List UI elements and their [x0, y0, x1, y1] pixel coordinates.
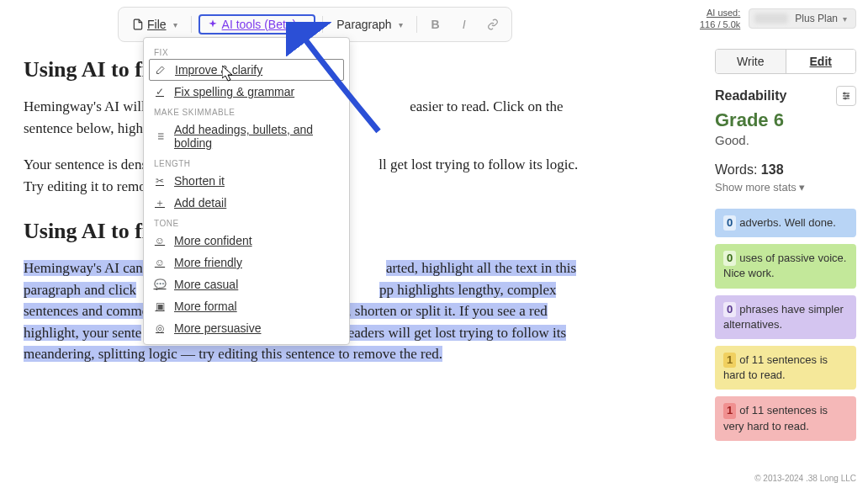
dropdown-item-casual[interactable]: 💬 More casual: [144, 273, 349, 295]
chevron-down-icon: ▾: [173, 20, 177, 29]
dropdown-item-formal[interactable]: ▣ More formal: [144, 295, 349, 317]
link-button[interactable]: [481, 13, 505, 36]
document-icon: [132, 19, 144, 30]
ai-tools-label: AI tools (Beta): [222, 18, 297, 31]
italic-button[interactable]: I: [453, 13, 476, 36]
footer-copyright: © 2013-2024 .38 Long LLC: [754, 474, 856, 483]
ai-tools-menu[interactable]: AI tools (Beta) ▾: [198, 14, 316, 34]
check-icon: ✓: [154, 86, 166, 98]
sidebar: Write Edit Readability Grade 6 Good. Wor…: [715, 49, 856, 448]
item-label: More friendly: [174, 256, 242, 269]
ai-used-label: AI used:: [700, 7, 740, 19]
item-label: More casual: [174, 278, 238, 291]
selected-text: Hemingway's AI can: [24, 260, 143, 276]
dropdown-item-improve[interactable]: Improve & clarify: [149, 59, 344, 81]
mode-tabs: Write Edit: [715, 49, 856, 74]
dropdown-section-length: Length: [144, 154, 349, 170]
bold-button[interactable]: B: [424, 13, 447, 36]
file-label: File: [147, 18, 167, 31]
item-label: Shorten it: [174, 174, 225, 188]
item-label: Add headings, bullets, and bolding: [174, 123, 339, 150]
scissors-icon: ✂: [154, 175, 166, 187]
smile-icon: ☺: [154, 257, 166, 268]
dropdown-section-skimmable: Make Skimmable: [144, 103, 349, 119]
item-label: More formal: [174, 300, 237, 313]
briefcase-icon: ▣: [154, 300, 166, 312]
stat-passive[interactable]: 0uses of passive voice. Nice work.: [715, 244, 856, 288]
chevron-down-icon: ▾: [399, 20, 403, 29]
separator: [191, 16, 192, 33]
smile-icon: ☺: [154, 235, 166, 247]
tab-write[interactable]: Write: [716, 50, 786, 73]
readability-grade: Grade 6: [715, 109, 856, 131]
tab-edit[interactable]: Edit: [786, 50, 856, 73]
file-menu[interactable]: File ▾: [125, 16, 184, 33]
plus-icon: ＋: [154, 197, 166, 209]
plan-label: Plus Plan: [795, 13, 838, 24]
list-icon: [154, 130, 166, 142]
readability-label: Readability: [715, 88, 786, 103]
dropdown-item-shorten[interactable]: ✂ Shorten it: [144, 170, 349, 192]
svg-point-11: [844, 98, 846, 99]
separator: [416, 16, 417, 33]
stat-phrases[interactable]: 0phrases have simpler alternatives.: [715, 295, 856, 339]
stat-hard[interactable]: 1of 11 sentences is hard to read.: [715, 346, 856, 390]
dropdown-section-fix: Fix: [144, 43, 349, 59]
target-icon: ◎: [154, 322, 166, 334]
dropdown-item-headings[interactable]: Add headings, bullets, and bolding: [144, 119, 349, 154]
ai-tools-dropdown: Fix Improve & clarify ✓ Fix spelling & g…: [143, 37, 350, 345]
ai-usage-link[interactable]: AI used: 116 / 5.0k: [700, 7, 740, 31]
item-label: Improve & clarify: [175, 63, 262, 77]
dropdown-item-detail[interactable]: ＋ Add detail: [144, 192, 349, 214]
svg-point-10: [847, 95, 849, 97]
plan-selector[interactable]: Plus Plan ▾: [749, 8, 856, 29]
top-right-area: AI used: 116 / 5.0k Plus Plan ▾: [700, 7, 856, 31]
chat-icon: 💬: [154, 278, 166, 290]
stat-very-hard[interactable]: 1of 11 sentences is very hard to read.: [715, 396, 856, 440]
show-more-stats[interactable]: Show more stats ▾: [715, 181, 856, 194]
stat-adverbs[interactable]: 0adverbs. Well done.: [715, 209, 856, 237]
chevron-down-icon: ▾: [799, 181, 805, 194]
paragraph-label: Paragraph: [336, 18, 391, 31]
paragraph-menu[interactable]: Paragraph ▾: [330, 16, 409, 33]
separator: [322, 16, 323, 33]
item-label: More confident: [174, 234, 252, 247]
ai-used-value: 116 / 5.0k: [700, 19, 740, 30]
sparkle-icon: [207, 19, 219, 30]
wand-icon: [155, 64, 167, 76]
chevron-down-icon: ▾: [843, 14, 847, 24]
dropdown-item-friendly[interactable]: ☺ More friendly: [144, 252, 349, 273]
item-label: More persuasive: [174, 321, 262, 335]
chevron-down-icon: ▾: [303, 20, 307, 29]
readability-settings-button[interactable]: [836, 86, 856, 106]
dropdown-item-spelling[interactable]: ✓ Fix spelling & grammar: [144, 81, 349, 103]
item-label: Add detail: [174, 196, 226, 210]
dropdown-item-persuasive[interactable]: ◎ More persuasive: [144, 317, 349, 339]
dropdown-section-tone: Tone: [144, 214, 349, 230]
words-count: Words: 138: [715, 162, 856, 178]
readability-status: Good.: [715, 133, 856, 147]
svg-point-9: [844, 93, 845, 94]
item-label: Fix spelling & grammar: [174, 85, 294, 98]
dropdown-item-confident[interactable]: ☺ More confident: [144, 230, 349, 252]
